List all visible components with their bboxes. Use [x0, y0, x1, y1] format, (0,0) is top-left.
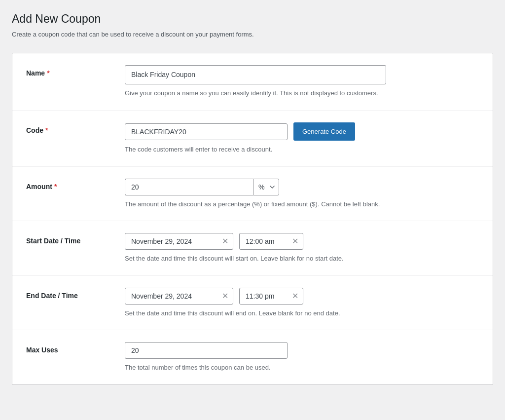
start-date-hint: Set the date and time this discount will… [125, 254, 470, 264]
start-date-label: Start Date / Time [26, 237, 125, 245]
amount-hint: The amount of the discount as a percenta… [125, 199, 470, 209]
code-label-col: Code * [26, 122, 125, 134]
name-input[interactable] [125, 65, 386, 84]
end-date-wrapper: ✕ [125, 288, 233, 305]
max-uses-input[interactable] [125, 342, 288, 359]
start-date-inputs-group: ✕ ✕ [125, 233, 479, 250]
start-date-row: Start Date / Time ✕ ✕ Set the date and t… [12, 221, 493, 276]
max-uses-row: Max Uses The total number of times this … [12, 330, 493, 384]
start-time-wrapper: ✕ [239, 233, 303, 250]
end-date-field-col: ✕ ✕ Set the date and time this discount … [125, 288, 479, 318]
end-date-inputs-group: ✕ ✕ [125, 288, 479, 305]
code-field-col: Generate Code The code customers will en… [125, 122, 479, 154]
end-date-clear-icon[interactable]: ✕ [222, 292, 228, 300]
start-time-clear-icon[interactable]: ✕ [292, 237, 298, 245]
name-label-col: Name * [26, 65, 125, 77]
amount-number-input[interactable] [125, 179, 253, 195]
amount-row: Amount * % $ The amount of the discount … [12, 167, 493, 222]
end-date-row: End Date / Time ✕ ✕ Set the date and tim… [12, 276, 493, 331]
code-hint: The code customers will enter to receive… [125, 145, 470, 154]
end-date-label: End Date / Time [26, 292, 125, 300]
name-label: Name * [26, 69, 125, 77]
start-date-clear-icon[interactable]: ✕ [222, 237, 228, 245]
start-date-input[interactable] [125, 233, 233, 250]
page-subtitle: Create a coupon code that can be used to… [12, 30, 493, 39]
amount-label-col: Amount * [26, 179, 125, 191]
page-title: Add New Coupon [12, 12, 493, 27]
max-uses-field-col: The total number of times this coupon ca… [125, 342, 479, 373]
amount-type-select[interactable]: % $ [253, 179, 279, 195]
max-uses-label: Max Uses [26, 346, 125, 354]
code-row: Code * Generate Code The code customers … [12, 111, 493, 167]
name-row: Name * Give your coupon a name so you ca… [12, 53, 493, 111]
end-date-hint: Set the date and time this discount will… [125, 308, 470, 318]
amount-required-star: * [54, 183, 57, 191]
amount-label: Amount * [26, 183, 125, 191]
start-date-wrapper: ✕ [125, 233, 233, 250]
name-required-star: * [47, 69, 49, 77]
coupon-form: Name * Give your coupon a name so you ca… [12, 53, 493, 385]
code-input[interactable] [125, 123, 288, 140]
amount-inputs-group: % $ [125, 179, 479, 195]
start-date-label-col: Start Date / Time [26, 233, 125, 245]
max-uses-label-col: Max Uses [26, 342, 125, 354]
code-required-star: * [45, 126, 48, 134]
max-uses-hint: The total number of times this coupon ca… [125, 363, 470, 373]
end-date-input[interactable] [125, 288, 233, 305]
code-inputs-group: Generate Code [125, 122, 479, 141]
start-date-field-col: ✕ ✕ Set the date and time this discount … [125, 233, 479, 264]
end-time-clear-icon[interactable]: ✕ [292, 292, 298, 300]
name-field-col: Give your coupon a name so you can easil… [125, 65, 479, 98]
page-container: Add New Coupon Create a coupon code that… [0, 0, 505, 420]
end-date-label-col: End Date / Time [26, 288, 125, 300]
code-label: Code * [26, 126, 125, 134]
amount-field-col: % $ The amount of the discount as a perc… [125, 179, 479, 209]
generate-code-button[interactable]: Generate Code [293, 122, 355, 141]
name-hint: Give your coupon a name so you can easil… [125, 88, 470, 98]
end-time-wrapper: ✕ [239, 288, 303, 305]
